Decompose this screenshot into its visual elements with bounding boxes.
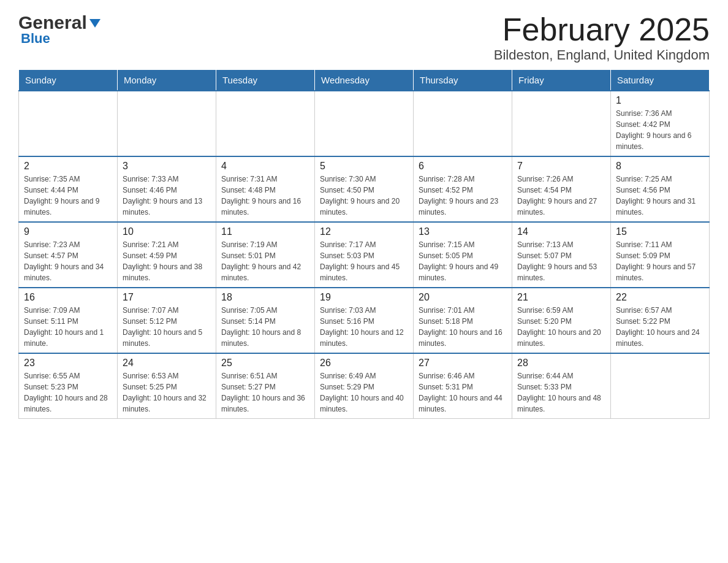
calendar-title: February 2025 [494, 12, 710, 47]
day-cell-w1-d2 [118, 91, 216, 156]
day-cell-w1-d5 [414, 91, 512, 156]
day-cell-w4-d7: 22Sunrise: 6:57 AMSunset: 5:22 PMDayligh… [611, 288, 710, 353]
logo-general-text: General [18, 12, 87, 33]
day-number: 24 [123, 358, 211, 369]
day-info: Sunrise: 7:11 AMSunset: 5:09 PMDaylight:… [616, 239, 704, 283]
day-number: 17 [123, 292, 211, 303]
day-info: Sunrise: 7:13 AMSunset: 5:07 PMDaylight:… [517, 239, 605, 283]
logo: General Blue [18, 12, 102, 47]
day-cell-w4-d5: 20Sunrise: 7:01 AMSunset: 5:18 PMDayligh… [414, 288, 512, 353]
svg-marker-0 [89, 19, 100, 28]
day-cell-w1-d3 [216, 91, 315, 156]
day-cell-w5-d2: 24Sunrise: 6:53 AMSunset: 5:25 PMDayligh… [118, 353, 216, 419]
day-info: Sunrise: 7:05 AMSunset: 5:14 PMDaylight:… [221, 305, 309, 349]
day-number: 6 [419, 161, 507, 172]
day-cell-w3-d5: 13Sunrise: 7:15 AMSunset: 5:05 PMDayligh… [414, 222, 512, 288]
day-number: 1 [616, 95, 704, 106]
day-cell-w1-d7: 1Sunrise: 7:36 AMSunset: 4:42 PMDaylight… [611, 91, 710, 156]
day-cell-w3-d7: 15Sunrise: 7:11 AMSunset: 5:09 PMDayligh… [611, 222, 710, 288]
day-info: Sunrise: 6:51 AMSunset: 5:27 PMDaylight:… [221, 370, 309, 415]
day-cell-w4-d4: 19Sunrise: 7:03 AMSunset: 5:16 PMDayligh… [315, 288, 414, 353]
day-cell-w3-d1: 9Sunrise: 7:23 AMSunset: 4:57 PMDaylight… [19, 222, 118, 288]
day-number: 19 [320, 292, 408, 303]
day-info: Sunrise: 7:17 AMSunset: 5:03 PMDaylight:… [320, 239, 408, 283]
day-info: Sunrise: 7:23 AMSunset: 4:57 PMDaylight:… [24, 239, 112, 283]
day-info: Sunrise: 7:03 AMSunset: 5:16 PMDaylight:… [320, 305, 408, 349]
day-info: Sunrise: 6:59 AMSunset: 5:20 PMDaylight:… [517, 305, 605, 349]
title-block: February 2025 Bildeston, England, United… [494, 12, 710, 63]
day-number: 4 [221, 161, 309, 172]
day-number: 16 [24, 292, 112, 303]
day-number: 8 [616, 161, 704, 172]
day-cell-w4-d2: 17Sunrise: 7:07 AMSunset: 5:12 PMDayligh… [118, 288, 216, 353]
day-cell-w2-d6: 7Sunrise: 7:26 AMSunset: 4:54 PMDaylight… [512, 156, 611, 222]
day-cell-w2-d1: 2Sunrise: 7:35 AMSunset: 4:44 PMDaylight… [19, 156, 118, 222]
day-number: 20 [419, 292, 507, 303]
day-info: Sunrise: 7:36 AMSunset: 4:42 PMDaylight:… [616, 108, 704, 152]
day-info: Sunrise: 7:26 AMSunset: 4:54 PMDaylight:… [517, 174, 605, 218]
day-cell-w1-d6 [512, 91, 611, 156]
header-monday: Monday [118, 70, 216, 91]
day-cell-w5-d4: 26Sunrise: 6:49 AMSunset: 5:29 PMDayligh… [315, 353, 414, 419]
calendar-table: Sunday Monday Tuesday Wednesday Thursday… [18, 69, 710, 419]
header-thursday: Thursday [414, 70, 512, 91]
day-info: Sunrise: 6:55 AMSunset: 5:23 PMDaylight:… [24, 370, 112, 415]
day-cell-w2-d2: 3Sunrise: 7:33 AMSunset: 4:46 PMDaylight… [118, 156, 216, 222]
day-info: Sunrise: 7:25 AMSunset: 4:56 PMDaylight:… [616, 174, 704, 218]
day-info: Sunrise: 7:01 AMSunset: 5:18 PMDaylight:… [419, 305, 507, 349]
day-number: 13 [419, 226, 507, 237]
header-friday: Friday [512, 70, 611, 91]
week-row-2: 2Sunrise: 7:35 AMSunset: 4:44 PMDaylight… [19, 156, 710, 222]
day-number: 10 [123, 226, 211, 237]
day-number: 26 [320, 358, 408, 369]
day-info: Sunrise: 7:30 AMSunset: 4:50 PMDaylight:… [320, 174, 408, 218]
day-info: Sunrise: 7:19 AMSunset: 5:01 PMDaylight:… [221, 239, 309, 283]
day-number: 2 [24, 161, 112, 172]
day-cell-w3-d3: 11Sunrise: 7:19 AMSunset: 5:01 PMDayligh… [216, 222, 315, 288]
day-info: Sunrise: 7:09 AMSunset: 5:11 PMDaylight:… [24, 305, 112, 349]
day-number: 25 [221, 358, 309, 369]
day-info: Sunrise: 7:15 AMSunset: 5:05 PMDaylight:… [419, 239, 507, 283]
week-row-1: 1Sunrise: 7:36 AMSunset: 4:42 PMDaylight… [19, 91, 710, 156]
day-number: 23 [24, 358, 112, 369]
page-header: General Blue February 2025 Bildeston, En… [18, 12, 710, 63]
day-info: Sunrise: 7:33 AMSunset: 4:46 PMDaylight:… [123, 174, 211, 218]
day-cell-w3-d2: 10Sunrise: 7:21 AMSunset: 4:59 PMDayligh… [118, 222, 216, 288]
day-cell-w2-d3: 4Sunrise: 7:31 AMSunset: 4:48 PMDaylight… [216, 156, 315, 222]
day-cell-w2-d4: 5Sunrise: 7:30 AMSunset: 4:50 PMDaylight… [315, 156, 414, 222]
day-info: Sunrise: 7:31 AMSunset: 4:48 PMDaylight:… [221, 174, 309, 218]
calendar-subtitle: Bildeston, England, United Kingdom [494, 47, 710, 63]
day-cell-w1-d4 [315, 91, 414, 156]
week-row-3: 9Sunrise: 7:23 AMSunset: 4:57 PMDaylight… [19, 222, 710, 288]
day-info: Sunrise: 6:44 AMSunset: 5:33 PMDaylight:… [517, 370, 605, 415]
day-info: Sunrise: 6:46 AMSunset: 5:31 PMDaylight:… [419, 370, 507, 415]
day-cell-w5-d1: 23Sunrise: 6:55 AMSunset: 5:23 PMDayligh… [19, 353, 118, 419]
day-number: 27 [419, 358, 507, 369]
day-info: Sunrise: 7:07 AMSunset: 5:12 PMDaylight:… [123, 305, 211, 349]
day-cell-w2-d7: 8Sunrise: 7:25 AMSunset: 4:56 PMDaylight… [611, 156, 710, 222]
day-info: Sunrise: 6:57 AMSunset: 5:22 PMDaylight:… [616, 305, 704, 349]
day-cell-w3-d6: 14Sunrise: 7:13 AMSunset: 5:07 PMDayligh… [512, 222, 611, 288]
day-number: 11 [221, 226, 309, 237]
day-number: 14 [517, 226, 605, 237]
header-tuesday: Tuesday [216, 70, 315, 91]
day-number: 22 [616, 292, 704, 303]
day-info: Sunrise: 7:35 AMSunset: 4:44 PMDaylight:… [24, 174, 112, 218]
day-info: Sunrise: 6:53 AMSunset: 5:25 PMDaylight:… [123, 370, 211, 415]
day-cell-w4-d1: 16Sunrise: 7:09 AMSunset: 5:11 PMDayligh… [19, 288, 118, 353]
day-cell-w2-d5: 6Sunrise: 7:28 AMSunset: 4:52 PMDaylight… [414, 156, 512, 222]
header-wednesday: Wednesday [315, 70, 414, 91]
day-cell-w5-d5: 27Sunrise: 6:46 AMSunset: 5:31 PMDayligh… [414, 353, 512, 419]
day-cell-w3-d4: 12Sunrise: 7:17 AMSunset: 5:03 PMDayligh… [315, 222, 414, 288]
day-cell-w5-d7 [611, 353, 710, 419]
header-sunday: Sunday [19, 70, 118, 91]
day-number: 21 [517, 292, 605, 303]
day-cell-w5-d6: 28Sunrise: 6:44 AMSunset: 5:33 PMDayligh… [512, 353, 611, 419]
day-cell-w4-d3: 18Sunrise: 7:05 AMSunset: 5:14 PMDayligh… [216, 288, 315, 353]
day-number: 18 [221, 292, 309, 303]
day-number: 15 [616, 226, 704, 237]
logo-arrow-icon [88, 17, 102, 30]
day-number: 3 [123, 161, 211, 172]
day-number: 7 [517, 161, 605, 172]
day-cell-w1-d1 [19, 91, 118, 156]
